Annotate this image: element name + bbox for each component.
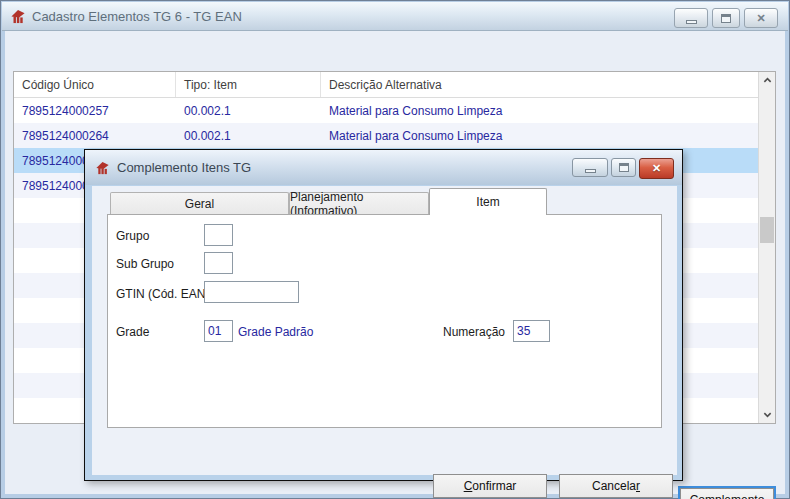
cell-descricao-alternativa: Material para Consumo Limpeza: [321, 98, 758, 123]
cell-codigo-unico: 7895124000264: [14, 123, 176, 148]
dialog-titlebar[interactable]: Complemento Itens TG ✕: [85, 150, 682, 185]
tab-item[interactable]: Item: [429, 188, 547, 215]
close-icon: ✕: [652, 163, 661, 174]
scroll-down-button[interactable]: [759, 406, 775, 423]
scrollbar-thumb[interactable]: [760, 217, 774, 243]
maximize-button[interactable]: [712, 8, 740, 28]
minimize-icon: [585, 169, 596, 173]
table-row[interactable]: 7895124000264 00.002.1 Material para Con…: [14, 123, 758, 148]
subgrupo-label: Sub Grupo: [116, 257, 174, 271]
dialog-minimize-button[interactable]: [572, 158, 608, 177]
cell-codigo-unico: 7895124000257: [14, 98, 176, 123]
close-button[interactable]: ✕: [744, 8, 778, 28]
complemento-button-focus-ring: Complemento: [678, 486, 776, 499]
complemento-dialog: Complemento Itens TG ✕ Geral Planejament…: [84, 149, 683, 481]
column-header-codigo[interactable]: Código Único: [14, 72, 176, 97]
numeracao-field[interactable]: [513, 320, 550, 342]
grade-field[interactable]: [204, 320, 233, 342]
numeracao-label: Numeração: [443, 325, 505, 339]
dialog-title: Complemento Itens TG: [117, 160, 251, 175]
main-titlebar[interactable]: Cadastro Elementos TG 6 - TG EAN ✕: [2, 2, 788, 31]
minimize-icon: [686, 20, 697, 24]
grupo-field[interactable]: [204, 224, 233, 246]
dialog-client-area: Geral Planejamento (Informativo) Item Gr…: [92, 186, 677, 475]
dialog-close-button[interactable]: ✕: [639, 158, 674, 179]
cancelar-button[interactable]: Cancelar: [559, 474, 673, 498]
table-row[interactable]: 7895124000257 00.002.1 Material para Con…: [14, 98, 758, 123]
gtin-label: GTIN (Cód. EAN): [116, 287, 209, 301]
tab-planejamento[interactable]: Planejamento (Informativo): [289, 192, 429, 214]
grade-description: Grade Padrão: [238, 325, 313, 339]
complemento-button[interactable]: Complemento: [680, 488, 774, 499]
grade-label: Grade: [116, 325, 149, 339]
subgrupo-field[interactable]: [204, 252, 233, 274]
chevron-up-icon: [763, 76, 772, 85]
app-logo-icon: [10, 9, 26, 24]
cell-descricao-alternativa: Material para Consumo Limpeza: [321, 123, 758, 148]
gtin-field[interactable]: [204, 281, 299, 303]
cell-tipo-item: 00.002.1: [176, 98, 321, 123]
app-logo-icon: [95, 161, 110, 175]
dialog-maximize-button[interactable]: [611, 158, 636, 177]
window-title: Cadastro Elementos TG 6 - TG EAN: [32, 9, 242, 24]
scroll-up-button[interactable]: [759, 72, 775, 89]
close-icon: ✕: [756, 13, 765, 24]
cell-tipo-item: 00.002.1: [176, 123, 321, 148]
vertical-scrollbar[interactable]: [758, 72, 775, 423]
maximize-icon: [619, 163, 629, 172]
main-window: Cadastro Elementos TG 6 - TG EAN ✕ Códig…: [0, 0, 790, 499]
maximize-icon: [721, 14, 731, 23]
column-header-tipo[interactable]: Tipo: Item: [176, 72, 321, 97]
minimize-button[interactable]: [674, 8, 708, 28]
grupo-label: Grupo: [116, 229, 149, 243]
table-header: Código Único Tipo: Item Descrição Altern…: [14, 72, 758, 98]
item-tab-panel: Grupo Sub Grupo GTIN (Cód. EAN) Grade Gr…: [107, 214, 662, 428]
confirmar-button[interactable]: Confirmar: [433, 474, 547, 498]
column-header-descricao[interactable]: Descrição Alternativa: [321, 72, 758, 97]
tab-geral[interactable]: Geral: [110, 192, 289, 214]
chevron-down-icon: [763, 410, 772, 419]
